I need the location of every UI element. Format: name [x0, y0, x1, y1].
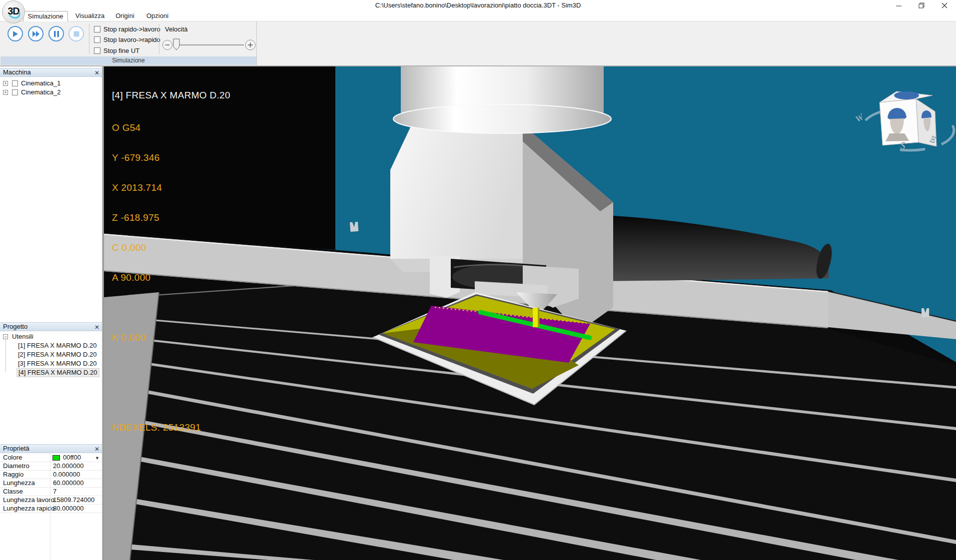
tab-visualizza[interactable]: Visualizza	[74, 11, 106, 21]
checkbox-stop-lavoro-rapido[interactable]: Stop lavoro->rapido	[94, 36, 160, 43]
checkbox-icon[interactable]	[94, 36, 100, 43]
property-row-lunghezza[interactable]: Lunghezza 60.000000	[0, 479, 102, 488]
minimize-button[interactable]	[887, 0, 910, 11]
helmet-top	[894, 91, 919, 99]
tree-item-utensili[interactable]: − Utensili	[0, 332, 102, 341]
ribbon-separator	[89, 24, 89, 54]
pause-icon	[53, 30, 59, 37]
property-value[interactable]: 60.000000	[53, 479, 83, 487]
restore-icon	[919, 2, 925, 8]
hud-line	[112, 303, 230, 313]
hud-line: Z -618.975	[112, 213, 230, 223]
tree-item-tool-2[interactable]: [2] FRESA X MARMO D.20	[0, 350, 102, 359]
stop-button[interactable]	[68, 26, 84, 41]
close-panel-icon[interactable]: ✕	[94, 69, 99, 77]
tree-item-cinematica-2[interactable]: + Cinematica_2	[0, 88, 102, 97]
proprieta-panel-header: Proprietà ✕	[0, 444, 102, 453]
collapse-icon[interactable]: −	[3, 334, 8, 339]
property-value[interactable]: 0.000000	[53, 471, 80, 479]
property-row-classe[interactable]: Classe 7	[0, 488, 102, 496]
checkbox-label: Stop lavoro->rapido	[103, 36, 160, 43]
close-icon	[942, 2, 948, 8]
expand-icon[interactable]: +	[3, 81, 8, 86]
fast-forward-button[interactable]	[28, 26, 43, 41]
ribbon-separator	[159, 24, 159, 54]
title-bar: C:\Users\stefano.bonino\Desktop\lavorazi…	[0, 0, 956, 11]
panel-title: Proprietà	[3, 445, 29, 452]
window-controls	[887, 0, 956, 11]
stop-icon	[73, 31, 79, 37]
window-title: C:\Users\stefano.bonino\Desktop\lavorazi…	[0, 1, 956, 9]
left-sidebar: Macchina ✕ + Cinematica_1 + Cinematica_2…	[0, 66, 102, 560]
property-name: Raggio	[3, 471, 23, 479]
compass-s: S	[901, 141, 905, 151]
checkbox-stop-rapido-lavoro[interactable]: Stop rapido->lavoro	[94, 25, 160, 32]
tree-item-label: [4] FRESA X MARMO D.20	[16, 368, 99, 377]
tree-item-tool-4-selected[interactable]: [4] FRESA X MARMO D.20	[0, 368, 102, 377]
property-row-colore[interactable]: Colore 00ff00 ▼	[0, 454, 102, 462]
property-name: Lunghezza rapido	[3, 505, 54, 513]
progetto-panel-header: Progetto ✕	[0, 322, 102, 331]
checkbox-icon[interactable]	[94, 47, 100, 54]
checkbox-label: Stop rapido->lavoro	[103, 25, 160, 33]
pause-button[interactable]	[48, 26, 64, 41]
tab-opzioni[interactable]: Opzioni	[144, 11, 171, 21]
property-row-lunghezza-rapido[interactable]: Lunghezza rapido 80.000000	[0, 505, 102, 513]
property-name: Colore	[3, 454, 22, 462]
property-name: Lunghezza lavoro	[3, 496, 54, 504]
property-value[interactable]: 80.000000	[53, 505, 83, 513]
close-panel-icon[interactable]: ✕	[94, 323, 99, 331]
app-logo-button[interactable]: 3D	[2, 0, 25, 23]
tree-item-label: Cinematica_1	[21, 79, 61, 88]
hud-line: X 2013.714	[112, 183, 230, 193]
tree-checkbox[interactable]	[12, 80, 18, 86]
panel-title: Progetto	[3, 323, 27, 330]
tree-item-label: [1] FRESA X MARMO D.20	[18, 341, 97, 350]
viewport-3d[interactable]: S E W [4] FRESA X MARMO D.20 O G54 Y -67…	[104, 66, 956, 560]
restore-button[interactable]	[910, 0, 933, 11]
hud-line: C 0.000	[112, 243, 230, 253]
dropdown-arrow-icon[interactable]: ▼	[95, 454, 99, 462]
property-name: Classe	[3, 488, 23, 496]
slider-thumb[interactable]	[173, 39, 179, 50]
macchina-panel-header: Macchina ✕	[0, 68, 102, 77]
checkbox-stop-fine-ut[interactable]: Stop fine UT	[94, 47, 139, 54]
tab-simulazione[interactable]: Simulazione	[23, 11, 68, 21]
property-value[interactable]: 00ff00	[63, 454, 81, 462]
velocity-label: Velocità	[165, 25, 188, 33]
property-value[interactable]: 7	[53, 488, 56, 496]
tree-item-cinematica-1[interactable]: + Cinematica_1	[0, 79, 102, 88]
tree-item-label: [3] FRESA X MARMO D.20	[18, 359, 97, 368]
fast-forward-icon	[32, 30, 40, 37]
property-row-diametro[interactable]: Diametro 20.000000	[0, 462, 102, 471]
expand-icon[interactable]: +	[3, 90, 8, 95]
close-panel-icon[interactable]: ✕	[94, 445, 99, 453]
column-flange	[393, 104, 611, 133]
property-value[interactable]: 15809.724000	[53, 496, 94, 504]
tree-checkbox[interactable]	[12, 89, 18, 95]
group-caption: Simulazione	[0, 56, 256, 65]
hud-overlay: [4] FRESA X MARMO D.20 O G54 Y -679.346 …	[112, 70, 230, 453]
milling-tool	[533, 308, 540, 327]
tab-origini[interactable]: Origini	[113, 11, 137, 21]
property-row-lunghezza-lavoro[interactable]: Lunghezza lavoro 15809.724000	[0, 496, 102, 505]
tree-item-tool-1[interactable]: [1] FRESA X MARMO D.20	[0, 341, 102, 350]
velocity-slider[interactable]	[161, 36, 257, 55]
hud-line: NDEXELS: 2513391	[112, 423, 230, 433]
ribbon-tabs: Simulazione Visualizza Origini Opzioni	[0, 11, 956, 21]
tree-item-tool-3[interactable]: [3] FRESA X MARMO D.20	[0, 359, 102, 368]
checkbox-icon[interactable]	[94, 26, 100, 32]
colore-swatch[interactable]	[52, 455, 60, 461]
play-button[interactable]	[7, 26, 23, 41]
checkbox-label: Stop fine UT	[103, 47, 139, 54]
hud-line: A 90.000	[112, 273, 230, 283]
close-button[interactable]	[933, 0, 956, 11]
property-row-raggio[interactable]: Raggio 0.000000	[0, 471, 102, 479]
grid-column-divider	[50, 454, 50, 560]
simulation-group: Stop rapido->lavoro Stop lavoro->rapido …	[0, 21, 257, 65]
hud-line	[112, 363, 230, 373]
property-value[interactable]: 20.000000	[53, 462, 83, 470]
tree-item-label: Cinematica_2	[21, 88, 61, 97]
machine-scene: S E W	[104, 66, 956, 560]
hud-line: Y -679.346	[112, 153, 230, 163]
